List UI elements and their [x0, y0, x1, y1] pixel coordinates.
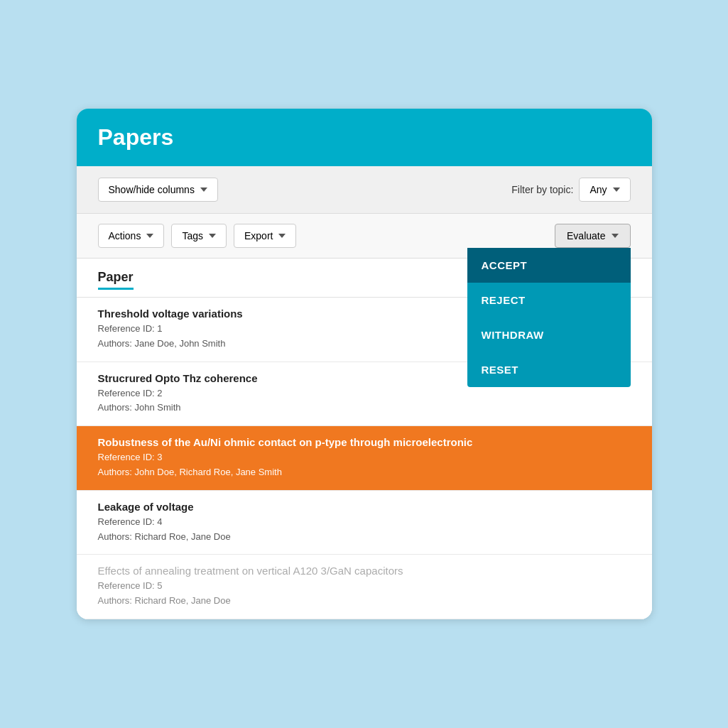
- toolbar-row: Show/hide columns Filter by topic: Any: [77, 166, 652, 214]
- page-title: Papers: [98, 124, 174, 150]
- chevron-down-icon: [200, 188, 207, 192]
- filter-row: Filter by topic: Any: [511, 178, 630, 202]
- evaluate-button[interactable]: Evaluate: [555, 224, 630, 248]
- evaluate-reject-item[interactable]: REJECT: [467, 283, 631, 317]
- page-header: Papers: [77, 109, 652, 166]
- filter-topic-select[interactable]: Any: [579, 178, 630, 202]
- paper-ref: Reference ID: 3: [98, 450, 631, 465]
- paper-authors: Authors: Richard Roe, Jane Doe: [98, 594, 631, 609]
- evaluate-dropdown: ACCEPT REJECT WITHDRAW RESET: [467, 248, 631, 387]
- table-row[interactable]: Robustness of the Au/Ni ohmic contact on…: [77, 426, 652, 491]
- chevron-down-icon: [278, 234, 286, 238]
- filter-label: Filter by topic:: [511, 184, 573, 195]
- paper-authors: Authors: John Doe, Richard Roe, Jane Smi…: [98, 465, 631, 480]
- export-button[interactable]: Export: [234, 224, 296, 248]
- chevron-down-icon: [209, 234, 216, 238]
- paper-ref: Reference ID: 5: [98, 579, 631, 594]
- show-hide-label: Show/hide columns: [109, 184, 195, 195]
- evaluate-accept-item[interactable]: ACCEPT: [467, 248, 631, 283]
- actions-row: Actions Tags Export Evaluate ACCEPT REJE…: [77, 214, 652, 259]
- paper-title: Effects of annealing treatment on vertic…: [98, 565, 631, 577]
- chevron-down-icon: [613, 188, 620, 192]
- paper-authors: Authors: John Smith: [98, 401, 631, 415]
- table-row[interactable]: Effects of annealing treatment on vertic…: [77, 555, 652, 619]
- chevron-down-icon: [146, 234, 153, 238]
- evaluate-reset-item[interactable]: RESET: [467, 352, 631, 387]
- paper-ref: Reference ID: 4: [98, 515, 631, 530]
- tags-label: Tags: [182, 230, 203, 241]
- paper-authors: Authors: Richard Roe, Jane Doe: [98, 530, 631, 545]
- tags-button[interactable]: Tags: [171, 224, 227, 248]
- export-label: Export: [244, 230, 273, 241]
- col-paper-label: Paper: [98, 270, 134, 290]
- paper-title: Leakage of voltage: [98, 501, 631, 513]
- filter-value: Any: [590, 184, 607, 195]
- actions-label: Actions: [109, 230, 141, 241]
- evaluate-withdraw-item[interactable]: WITHDRAW: [467, 317, 631, 352]
- evaluate-container: Evaluate ACCEPT REJECT WITHDRAW RESET: [555, 224, 630, 248]
- main-card: Papers Show/hide columns Filter by topic…: [77, 109, 652, 619]
- paper-title: Robustness of the Au/Ni ohmic contact on…: [98, 436, 631, 448]
- actions-button[interactable]: Actions: [98, 224, 165, 248]
- paper-ref: Reference ID: 2: [98, 386, 631, 401]
- show-hide-columns-button[interactable]: Show/hide columns: [98, 178, 218, 202]
- table-row[interactable]: Leakage of voltage Reference ID: 4 Autho…: [77, 491, 652, 555]
- evaluate-label: Evaluate: [567, 230, 605, 241]
- chevron-down-icon: [612, 234, 619, 238]
